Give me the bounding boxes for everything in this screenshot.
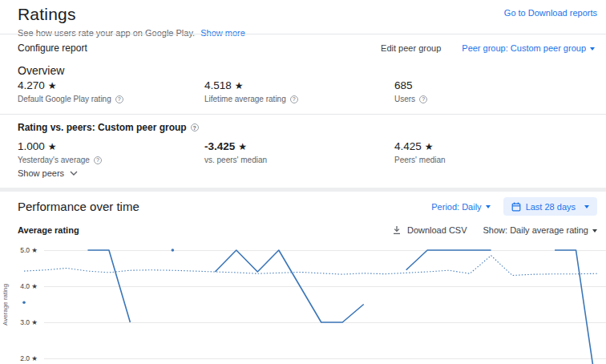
star-icon: ★ (425, 141, 434, 152)
help-icon[interactable]: ? (191, 123, 199, 131)
metric-label: Default Google Play rating? (18, 95, 204, 103)
metric-value: 4.518★ (204, 79, 394, 91)
star-icon: ★ (235, 80, 244, 91)
download-csv-button[interactable]: Download CSV (392, 225, 467, 235)
calendar-icon (511, 202, 521, 212)
metric-peers-median: 4.425★Peers' median (394, 140, 588, 164)
period-dropdown[interactable]: Period: Daily (431, 202, 490, 212)
star-icon: ★ (48, 80, 57, 91)
show-more-link[interactable]: Show more (200, 28, 245, 38)
metric-value: 1.000★ (18, 140, 204, 152)
caret-down-icon (584, 205, 589, 208)
metric-label: Peers' median (394, 156, 588, 164)
metric-label: vs. peers' median (204, 156, 394, 164)
ratings-page: Ratings See how users rate your app on G… (0, 0, 606, 364)
caret-down-icon (590, 47, 595, 51)
caret-down-icon (592, 229, 597, 233)
page-subtitle: See how users rate your app on Google Pl… (18, 28, 245, 38)
peers-heading: Rating vs. peers: Custom peer group ? (18, 122, 199, 133)
performance-header-row: Performance over time Period: Daily Last… (0, 197, 606, 216)
metric-value: 685 (394, 79, 588, 91)
metric-value: 4.270★ (18, 79, 204, 91)
download-icon (392, 225, 402, 235)
date-range-button[interactable]: Last 28 days (503, 197, 597, 216)
help-icon[interactable]: ? (419, 95, 427, 103)
chart-header-row: Average rating Download CSV Show: Daily … (0, 225, 606, 235)
metric-value: -3.425★ (204, 140, 394, 152)
svg-text:2.0 ★: 2.0 ★ (20, 354, 38, 362)
metric-users: 685Users? (394, 79, 588, 103)
svg-text:3.0 ★: 3.0 ★ (20, 318, 38, 326)
page-title: Ratings (18, 5, 245, 24)
chart-title: Average rating (18, 225, 79, 235)
help-icon[interactable]: ? (290, 95, 298, 103)
svg-text:4.0 ★: 4.0 ★ (20, 282, 38, 290)
configure-report-label: Configure report (18, 42, 87, 54)
metric-label: Users? (394, 95, 588, 103)
edit-peer-group-button[interactable]: Edit peer group (381, 43, 441, 53)
metric-vs-peers-median: -3.425★vs. peers' median (204, 140, 394, 164)
caret-down-icon (486, 205, 491, 208)
svg-text:Average rating: Average rating (2, 284, 9, 326)
overview-metrics: 4.270★Default Google Play rating?4.518★L… (18, 79, 588, 103)
chevron-down-icon (70, 171, 78, 176)
metric-label: Yesterday's average? (18, 156, 204, 164)
divider (0, 114, 606, 115)
metric-label: Lifetime average rating? (204, 95, 394, 103)
svg-text:5.0 ★: 5.0 ★ (20, 246, 38, 254)
show-metric-dropdown[interactable]: Show: Daily average rating (483, 225, 597, 235)
peer-group-dropdown[interactable]: Peer group: Custom peer group (462, 43, 595, 53)
divider (0, 34, 606, 34)
performance-heading: Performance over time (18, 200, 139, 213)
metric-lifetime-average-rating: 4.518★Lifetime average rating? (204, 79, 394, 103)
star-icon: ★ (238, 141, 247, 152)
go-to-download-reports-link[interactable]: Go to Download reports (504, 8, 597, 18)
star-icon: ★ (48, 141, 57, 152)
help-icon[interactable]: ? (94, 156, 102, 164)
peers-metrics: 1.000★Yesterday's average?-3.425★vs. pee… (18, 140, 588, 164)
page-header: Ratings See how users rate your app on G… (18, 5, 245, 38)
metric-default-google-play-rating: 4.270★Default Google Play rating? (18, 79, 204, 103)
help-icon[interactable]: ? (115, 95, 123, 103)
section-separator (0, 188, 606, 192)
metric-yesterdays-average: 1.000★Yesterday's average? (18, 140, 204, 164)
metric-value: 4.425★ (394, 140, 588, 152)
configure-report-row: Configure report Edit peer group Peer gr… (0, 39, 606, 57)
average-rating-chart[interactable]: 5.0 ★4.0 ★3.0 ★2.0 ★Average rating (0, 241, 606, 364)
show-peers-toggle[interactable]: Show peers (18, 168, 78, 178)
overview-heading: Overview (18, 64, 64, 77)
